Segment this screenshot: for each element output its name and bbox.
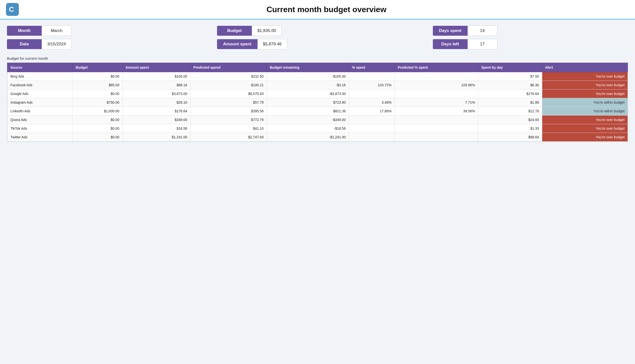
cell-source: Quora Ads bbox=[8, 116, 73, 124]
table-row: Quora Ads$0.00$349.00$772.79-$349.00$24.… bbox=[8, 116, 628, 124]
cell-alert: You're over budget bbox=[542, 81, 627, 90]
cell-amount-spent: $105.00 bbox=[122, 72, 190, 81]
cell-budget-remaining: -$349.00 bbox=[267, 116, 349, 124]
month-metric: Month March bbox=[7, 26, 202, 36]
cell-predicted-pct bbox=[395, 72, 478, 81]
cell-spent-by-day: $7.50 bbox=[478, 72, 542, 81]
days-spent-value: 14 bbox=[468, 26, 497, 36]
page-wrapper: C Current month budget overview Month Ma… bbox=[0, 0, 635, 148]
cell-budget: $85.00 bbox=[73, 81, 123, 90]
cell-spent-by-day: $24.93 bbox=[478, 116, 542, 124]
days-spent-metric: Days spent 14 bbox=[433, 26, 628, 36]
cell-budget-remaining: -$1,241.00 bbox=[267, 133, 349, 142]
amount-spent-metric: Amount spent $5,879.46 bbox=[217, 39, 418, 49]
col-pct-spent: % spent bbox=[349, 63, 395, 72]
cell-source: Facebook Ads bbox=[8, 81, 73, 90]
cell-alert: You're over budget bbox=[542, 90, 627, 98]
cell-predicted-pct bbox=[395, 124, 478, 133]
days-left-label: Days left bbox=[433, 39, 468, 49]
cell-budget-remaining: -$3,873.00 bbox=[267, 90, 349, 98]
cell-amount-spent: $3,873.00 bbox=[122, 90, 190, 98]
cell-amount-spent: $1,241.00 bbox=[122, 133, 190, 142]
date-label: Date bbox=[7, 39, 42, 49]
col-spent-by-day: Spent by day bbox=[478, 63, 542, 72]
month-value: March bbox=[42, 26, 72, 36]
cell-predicted-spend: $395.56 bbox=[190, 107, 267, 116]
cell-source: Bing Ads bbox=[8, 72, 73, 81]
budget-metric: Budget $1,835.00 bbox=[217, 26, 418, 36]
cell-predicted-spend: $2,747.93 bbox=[190, 133, 267, 142]
cell-source: Instagram Ads bbox=[8, 98, 73, 107]
cell-budget-remaining: -$3.16 bbox=[267, 81, 349, 90]
amount-spent-value: $5,879.46 bbox=[257, 39, 287, 49]
days-spent-label: Days spent bbox=[433, 26, 468, 36]
cell-budget-remaining: -$18.56 bbox=[267, 124, 349, 133]
table-row: TikTok Ads$0.00$18.56$41.10-$18.56$1.33Y… bbox=[8, 124, 628, 133]
cell-pct-spent: 3.48% bbox=[349, 98, 395, 107]
table-row: Instagram Ads$750.00$26.10$57.79$723.903… bbox=[8, 98, 628, 107]
table-header: Source Budget Amount spent Predicted spe… bbox=[8, 63, 628, 72]
col-source: Source bbox=[8, 63, 73, 72]
cell-spent-by-day: $1.33 bbox=[478, 124, 542, 133]
cell-spent-by-day: $276.64 bbox=[478, 90, 542, 98]
cell-budget: $0.00 bbox=[73, 90, 123, 98]
cell-source: LinkedIn Ads bbox=[8, 107, 73, 116]
col-budget-remaining: Budget remaining bbox=[267, 63, 349, 72]
cell-alert: You're over budget bbox=[542, 116, 627, 124]
table-container: Source Budget Amount spent Predicted spe… bbox=[7, 62, 628, 142]
cell-spent-by-day: $88.64 bbox=[478, 133, 542, 142]
cell-budget-remaining: $723.90 bbox=[267, 98, 349, 107]
cell-source: Twitter Ads bbox=[8, 133, 73, 142]
cell-spent-by-day: $6.30 bbox=[478, 81, 542, 90]
cell-predicted-spend: $195.21 bbox=[190, 81, 267, 90]
cell-source: Google Ads bbox=[8, 90, 73, 98]
cell-pct-spent bbox=[349, 72, 395, 81]
cell-amount-spent: $178.64 bbox=[122, 107, 190, 116]
table-row: Facebook Ads$85.00$88.16$195.21-$3.16103… bbox=[8, 81, 628, 90]
cell-amount-spent: $26.10 bbox=[122, 98, 190, 107]
cell-predicted-pct: 39.56% bbox=[395, 107, 478, 116]
cell-budget-remaining: $821.36 bbox=[267, 107, 349, 116]
cell-budget: $0.00 bbox=[73, 72, 123, 81]
cell-spent-by-day: $12.76 bbox=[478, 107, 542, 116]
cell-pct-spent bbox=[349, 90, 395, 98]
cell-alert: You're within budget bbox=[542, 107, 627, 116]
cell-amount-spent: $349.00 bbox=[122, 116, 190, 124]
svg-text:C: C bbox=[9, 6, 14, 13]
cell-amount-spent: $18.56 bbox=[122, 124, 190, 133]
cell-predicted-spend: $57.79 bbox=[190, 98, 267, 107]
table-row: LinkedIn Ads$1,000.00$178.64$395.56$821.… bbox=[8, 107, 628, 116]
cell-alert: You're over budget bbox=[542, 124, 627, 133]
cell-alert: You're over budget bbox=[542, 72, 627, 81]
days-left-value: 17 bbox=[468, 39, 497, 49]
metrics-section: Month March Budget $1,835.00 Days spent … bbox=[7, 26, 628, 49]
budget-table: Source Budget Amount spent Predicted spe… bbox=[7, 63, 628, 142]
cell-budget: $0.00 bbox=[73, 116, 123, 124]
budget-section-title: Budget for current month bbox=[7, 56, 628, 60]
cell-predicted-pct bbox=[395, 116, 478, 124]
cell-budget: $750.00 bbox=[73, 98, 123, 107]
budget-value: $1,835.00 bbox=[252, 26, 282, 36]
col-amount-spent: Amount spent bbox=[122, 63, 190, 72]
cell-pct-spent bbox=[349, 116, 395, 124]
cell-pct-spent bbox=[349, 133, 395, 142]
cell-budget: $0.00 bbox=[73, 124, 123, 133]
table-row: Twitter Ads$0.00$1,241.00$2,747.93-$1,24… bbox=[8, 133, 628, 142]
cell-budget: $1,000.00 bbox=[73, 107, 123, 116]
header-row: Source Budget Amount spent Predicted spe… bbox=[8, 63, 628, 72]
cell-predicted-spend: $41.10 bbox=[190, 124, 267, 133]
budget-label: Budget bbox=[217, 26, 252, 36]
days-left-metric: Days left 17 bbox=[433, 39, 628, 49]
table-row: Bing Ads$0.00$105.00$232.50-$105.00$7.50… bbox=[8, 72, 628, 81]
cell-spent-by-day: $1.86 bbox=[478, 98, 542, 107]
cell-predicted-spend: $232.50 bbox=[190, 72, 267, 81]
cell-amount-spent: $88.16 bbox=[122, 81, 190, 90]
cell-alert: You're over budget bbox=[542, 133, 627, 142]
budget-table-section: Budget for current month Source Budget A… bbox=[7, 56, 628, 142]
cell-predicted-spend: $8,575.93 bbox=[190, 90, 267, 98]
cell-predicted-pct bbox=[395, 90, 478, 98]
table-body: Bing Ads$0.00$105.00$232.50-$105.00$7.50… bbox=[8, 72, 628, 142]
header-bar: C Current month budget overview bbox=[0, 0, 635, 20]
date-metric: Date 3/15/2024 bbox=[7, 39, 202, 49]
logo-icon: C bbox=[6, 3, 19, 16]
